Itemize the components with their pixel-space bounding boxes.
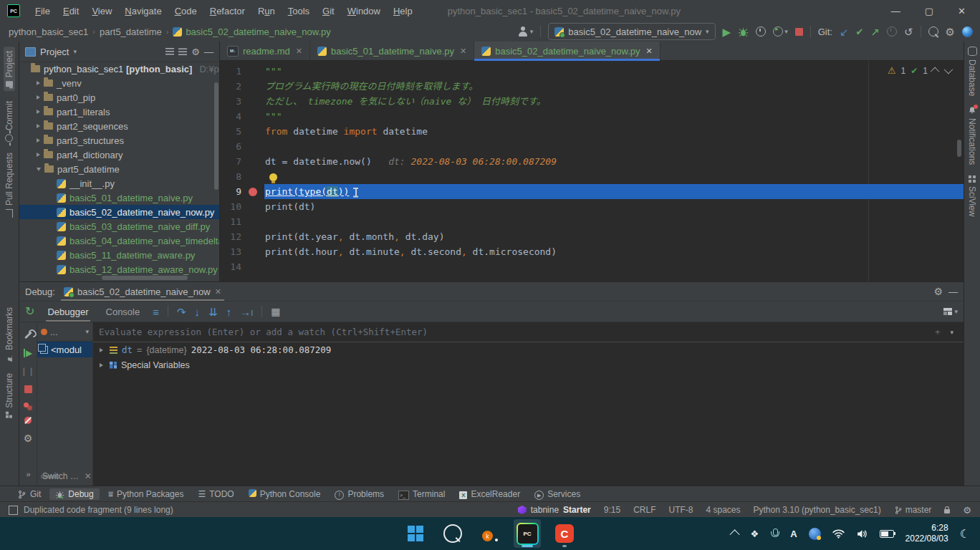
inspections-widget[interactable]: ⚠ 1 ✔ 1: [888, 65, 951, 76]
rollback-button[interactable]: ↺: [904, 26, 913, 37]
battery-icon[interactable]: [880, 530, 894, 538]
code-line[interactable]: 7dt = datetime.now() dt: 2022-08-03 06:2…: [220, 154, 964, 169]
search-everywhere-button[interactable]: [928, 26, 938, 37]
taskbar-pycharm-button[interactable]: PC: [514, 519, 541, 548]
minimize-button[interactable]: —: [891, 6, 900, 16]
editor-scrollbar[interactable]: [957, 140, 961, 157]
code-line[interactable]: 2プログラム実行時の現在の日付時刻を取得します。: [220, 79, 964, 94]
step-over-icon[interactable]: ↷: [177, 307, 186, 317]
toolwindow-project-button[interactable]: Project: [4, 47, 15, 91]
breadcrumb-item[interactable]: part5_datetime: [100, 26, 162, 37]
project-vertical-scrollbar[interactable]: [214, 82, 218, 190]
chevron-right-icon[interactable]: [37, 124, 40, 128]
start-button[interactable]: [402, 519, 429, 548]
tree-row[interactable]: basic5_02_datetime_naive_now.py: [19, 205, 219, 219]
caret-position[interactable]: 9:15: [604, 505, 620, 515]
status-gear-icon[interactable]: ⚙: [963, 506, 971, 515]
close-icon[interactable]: ✕: [296, 47, 302, 56]
tree-row[interactable]: basic5_03_datetime_naive_diff.py: [19, 219, 219, 233]
restore-layout-button[interactable]: ▾: [943, 308, 958, 315]
toolwindow-bookmarks-button[interactable]: ⚑ Bookmarks: [4, 307, 14, 363]
code-line[interactable]: 1""": [220, 64, 964, 79]
code-editor[interactable]: 1"""2プログラム実行時の現在の日付時刻を取得します。3ただし、 timezo…: [220, 61, 964, 281]
plugin-sphere-icon[interactable]: [962, 26, 973, 37]
thread-selector[interactable]: ... ▾: [37, 322, 92, 342]
toolwindow-terminal-button[interactable]: >_Terminal: [393, 488, 451, 501]
chevron-right-icon[interactable]: [37, 138, 40, 143]
history-button[interactable]: [887, 26, 897, 37]
layout-options-icon[interactable]: ≡: [153, 306, 159, 318]
dropbox-icon[interactable]: ❖: [751, 529, 759, 539]
toolwindow-commit-button[interactable]: Commit: [4, 101, 14, 142]
expand-all-icon[interactable]: [178, 48, 187, 55]
menu-help[interactable]: Help: [387, 6, 419, 16]
toolwindow-debug-button[interactable]: Debug: [49, 488, 99, 500]
intention-bulb-icon[interactable]: [269, 173, 277, 181]
hide-debug-panel-button[interactable]: —: [948, 286, 958, 297]
toolwindow-python-console-button[interactable]: Python Console: [243, 488, 327, 500]
step-out-icon[interactable]: ↑: [226, 307, 232, 317]
menu-file[interactable]: File: [29, 6, 57, 16]
toolwindow-python-packages-button[interactable]: ⩸Python Packages: [102, 488, 190, 500]
code-line[interactable]: 11: [220, 214, 964, 229]
git-push-button[interactable]: ↗: [870, 26, 880, 37]
special-variables-row[interactable]: Special Variables: [93, 357, 964, 372]
toolwindow-database-button[interactable]: Database: [967, 47, 977, 96]
menu-refactor[interactable]: Refactor: [203, 6, 251, 16]
tree-row[interactable]: basic5_01_datetime_naive.py: [19, 190, 219, 205]
view-as-table-icon[interactable]: ▦: [271, 306, 280, 317]
tree-row[interactable]: part0_pip: [19, 90, 219, 105]
toolwindow-git-button[interactable]: Git: [11, 488, 47, 500]
tray-overflow-chevron-icon[interactable]: [729, 529, 739, 539]
step-into-icon[interactable]: ↓: [195, 307, 201, 317]
toolwindow-problems-button[interactable]: !Problems: [329, 488, 390, 501]
toolwindow-todo-button[interactable]: ☰TODO: [192, 488, 239, 500]
interpreter-indicator[interactable]: Python 3.10 (python_basic_sec1): [754, 505, 881, 515]
chevron-down-icon[interactable]: ▾: [73, 48, 77, 55]
project-settings-gear-icon[interactable]: ⚙: [191, 47, 200, 57]
chevron-right-icon[interactable]: [37, 81, 40, 85]
debug-gear-icon[interactable]: ⚙: [24, 433, 33, 443]
close-icon[interactable]: ✕: [215, 287, 221, 296]
toolwindow-excelreader-button[interactable]: XExcelReader: [453, 488, 526, 501]
close-icon[interactable]: ✕: [646, 47, 653, 56]
code-line[interactable]: 10print(dt): [220, 199, 964, 214]
ime-indicator[interactable]: A: [790, 529, 797, 539]
tree-row[interactable]: part2_sequences: [19, 119, 219, 133]
taskbar-chrome-button[interactable]: k: [476, 519, 504, 548]
toolwindow-sciview-button[interactable]: SciView: [967, 175, 977, 216]
breadcrumb-item[interactable]: basic5_02_datetime_naive_now.py: [173, 26, 330, 37]
code-line[interactable]: 3ただし、 timezone を気にしない（naive な） 日付時刻です。: [220, 94, 964, 109]
profiler-button[interactable]: [756, 26, 766, 37]
tree-row[interactable]: basic5_12_datetime_aware_now.py: [19, 262, 219, 276]
code-line[interactable]: 4""": [220, 109, 964, 124]
menu-view[interactable]: View: [85, 6, 118, 16]
tree-row[interactable]: python_basic_sec1 [python_basic]D:¥proje…: [19, 62, 219, 76]
collapse-all-icon[interactable]: [165, 48, 174, 55]
expand-chevron-icon[interactable]: [100, 363, 103, 367]
tree-row[interactable]: basic5_04_datetime_naive_timedelta.py: [19, 233, 219, 248]
tree-row[interactable]: part5_datetime: [19, 162, 219, 176]
maximize-button[interactable]: ▢: [925, 6, 933, 16]
tray-clock[interactable]: 6:28 2022/08/03: [905, 523, 948, 544]
tree-row[interactable]: part1_literals: [19, 105, 219, 119]
run-configuration-select[interactable]: basic5_02_datetime_naive_now ▾: [548, 23, 715, 40]
taskbar-camtasia-button[interactable]: C: [551, 519, 578, 548]
taskbar-search-button[interactable]: [439, 519, 466, 548]
menu-git[interactable]: Git: [316, 6, 341, 16]
tree-row[interactable]: basic5_11_datetime_aware.py: [19, 248, 219, 262]
microphone-icon[interactable]: [770, 529, 779, 539]
editor-tab[interactable]: basic5_01_datetime_naive.py✕: [310, 42, 474, 60]
status-message[interactable]: Duplicated code fragment (9 lines long): [24, 505, 173, 515]
evaluate-expression-input[interactable]: [93, 327, 935, 337]
wifi-icon[interactable]: [832, 529, 845, 539]
menu-tools[interactable]: Tools: [282, 6, 316, 16]
toolwindow-structure-button[interactable]: Structure: [4, 373, 14, 418]
profile-button[interactable]: ▾: [518, 26, 534, 37]
menu-code[interactable]: Code: [168, 6, 203, 16]
close-icon[interactable]: ✕: [460, 47, 466, 56]
chevron-down-icon[interactable]: ▾: [950, 329, 953, 336]
git-update-button[interactable]: ↙: [840, 26, 849, 37]
step-into-my-code-icon[interactable]: ⇊: [208, 307, 218, 317]
tabnine-widget[interactable]: tabnine Starter: [518, 505, 591, 515]
